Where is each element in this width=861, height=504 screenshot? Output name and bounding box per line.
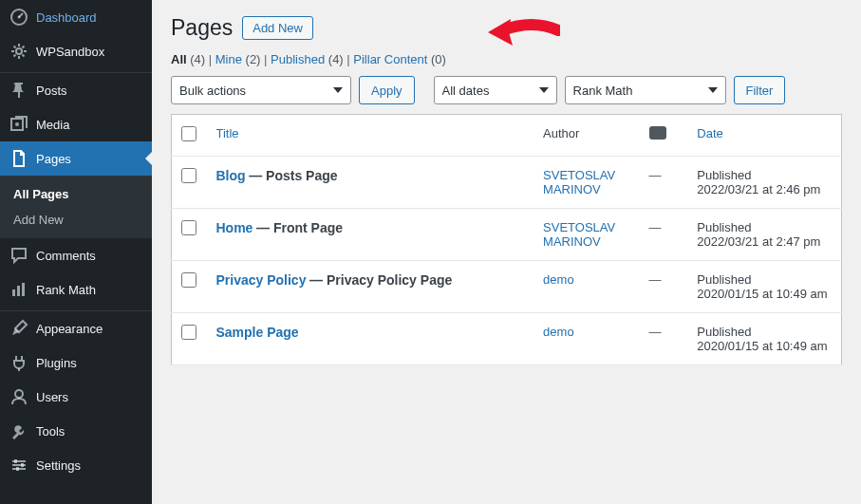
add-new-button[interactable]: Add New: [242, 16, 313, 40]
view-count: (4): [190, 52, 205, 66]
page-title-link[interactable]: Blog: [215, 168, 245, 183]
date-status: Published: [697, 220, 751, 234]
menu-settings[interactable]: Settings: [0, 448, 152, 482]
svg-rect-3: [18, 92, 20, 98]
view-filters: All (4) | Mine (2) | Published (4) | Pil…: [171, 52, 842, 66]
page-icon: [9, 149, 28, 168]
view-count: (2): [246, 52, 261, 66]
apply-button[interactable]: Apply: [359, 76, 415, 104]
rank-math-filter-select[interactable]: Rank Math: [565, 76, 726, 104]
menu-users[interactable]: Users: [0, 380, 152, 414]
column-author-label: Author: [543, 126, 579, 140]
view-published[interactable]: Published: [271, 52, 325, 66]
svg-rect-8: [22, 283, 25, 296]
row-checkbox[interactable]: [181, 168, 197, 183]
page-title-link[interactable]: Sample Page: [215, 325, 298, 340]
menu-label: WPSandbox: [36, 45, 104, 59]
view-count: (0): [431, 52, 446, 66]
comments-count: —: [649, 168, 662, 182]
comments-count: —: [649, 325, 662, 339]
gear-icon: [9, 42, 28, 61]
date-value: 2022/03/21 at 2:47 pm: [697, 234, 820, 249]
post-state: — Privacy Policy Page: [309, 272, 452, 288]
svg-rect-7: [17, 286, 20, 296]
menu-label: Appearance: [36, 322, 103, 336]
brush-icon: [9, 319, 28, 338]
svg-rect-6: [12, 289, 15, 296]
post-state: — Posts Page: [249, 168, 337, 183]
row-checkbox[interactable]: [181, 272, 197, 288]
menu-tools[interactable]: Tools: [0, 414, 152, 448]
sliders-icon: [9, 456, 28, 475]
page-title-link[interactable]: Home: [215, 220, 253, 235]
author-link[interactable]: demo: [543, 272, 574, 287]
menu-posts[interactable]: Posts: [0, 73, 152, 107]
dashboard-icon: [9, 8, 28, 27]
menu-comments[interactable]: Comments: [0, 238, 152, 272]
author-link[interactable]: demo: [543, 325, 574, 339]
menu-label: Rank Math: [36, 283, 96, 297]
menu-label: Posts: [36, 84, 67, 98]
pin-icon: [9, 81, 28, 100]
view-mine[interactable]: Mine: [215, 52, 242, 66]
comment-icon: [9, 246, 28, 265]
table-row: Privacy Policy — Privacy Policy Pagedemo…: [172, 261, 842, 313]
select-all-checkbox[interactable]: [181, 126, 197, 141]
annotation-arrow-icon: [484, 13, 560, 51]
pages-table: Title Author Date Blog — Posts PageSVETO…: [171, 114, 842, 365]
svg-point-1: [18, 16, 21, 19]
filter-button[interactable]: Filter: [734, 76, 786, 104]
menu-wpsandbox[interactable]: WPSandbox: [0, 34, 152, 68]
user-icon: [9, 387, 28, 406]
menu-label: Plugins: [36, 356, 77, 370]
menu-label: Comments: [36, 249, 96, 263]
admin-sidebar: DashboardWPSandboxPostsMediaPagesAll Pag…: [0, 0, 152, 504]
menu-label: Tools: [36, 424, 65, 439]
row-checkbox[interactable]: [181, 325, 197, 340]
menu-label: Dashboard: [36, 10, 97, 25]
date-value: 2020/01/15 at 10:49 am: [697, 339, 827, 353]
menu-appearance[interactable]: Appearance: [0, 311, 152, 345]
date-value: 2022/03/21 at 2:46 pm: [697, 182, 820, 196]
menu-rank-math[interactable]: Rank Math: [0, 272, 152, 307]
page-title-link[interactable]: Privacy Policy: [215, 272, 306, 288]
wrench-icon: [9, 421, 28, 440]
view-all[interactable]: All: [171, 52, 187, 66]
table-row: Blog — Posts PageSVETOSLAV MARINOV—Publi…: [172, 157, 842, 209]
view-count: (4): [328, 52, 344, 66]
comments-count: —: [649, 220, 662, 234]
main-content: Pages Add New All (4) | Mine (2) | Publi…: [152, 0, 861, 504]
menu-plugins[interactable]: Plugins: [0, 345, 152, 380]
menu-label: Settings: [36, 458, 81, 473]
chart-icon: [9, 280, 28, 299]
author-link[interactable]: SVETOSLAV MARINOV: [543, 220, 615, 249]
column-title-sort[interactable]: Title: [215, 126, 238, 140]
row-checkbox[interactable]: [181, 220, 197, 235]
svg-rect-11: [21, 463, 24, 467]
date-filter-select[interactable]: All dates: [434, 76, 557, 104]
column-date-sort[interactable]: Date: [697, 126, 722, 140]
svg-point-5: [15, 122, 19, 126]
date-status: Published: [697, 168, 751, 182]
menu-pages[interactable]: Pages: [0, 141, 152, 176]
submenu-add-new[interactable]: Add New: [0, 207, 152, 233]
submenu: All PagesAdd New: [0, 176, 152, 238]
bulk-actions-select[interactable]: Bulk actions: [171, 76, 351, 104]
date-status: Published: [697, 325, 751, 339]
svg-rect-12: [16, 467, 19, 471]
menu-media[interactable]: Media: [0, 107, 152, 141]
date-status: Published: [697, 272, 751, 287]
author-link[interactable]: SVETOSLAV MARINOV: [543, 168, 615, 196]
svg-point-2: [16, 48, 22, 54]
view-pillar-content[interactable]: Pillar Content: [353, 52, 427, 66]
menu-dashboard[interactable]: Dashboard: [0, 0, 152, 34]
plug-icon: [9, 353, 28, 372]
table-row: Sample Pagedemo—Published2020/01/15 at 1…: [172, 313, 842, 365]
page-title: Pages: [171, 15, 233, 41]
comments-count: —: [649, 272, 662, 287]
submenu-all-pages[interactable]: All Pages: [0, 181, 152, 207]
menu-label: Users: [36, 390, 68, 404]
comments-icon: [649, 126, 666, 140]
media-icon: [9, 115, 28, 134]
svg-rect-10: [14, 459, 17, 463]
